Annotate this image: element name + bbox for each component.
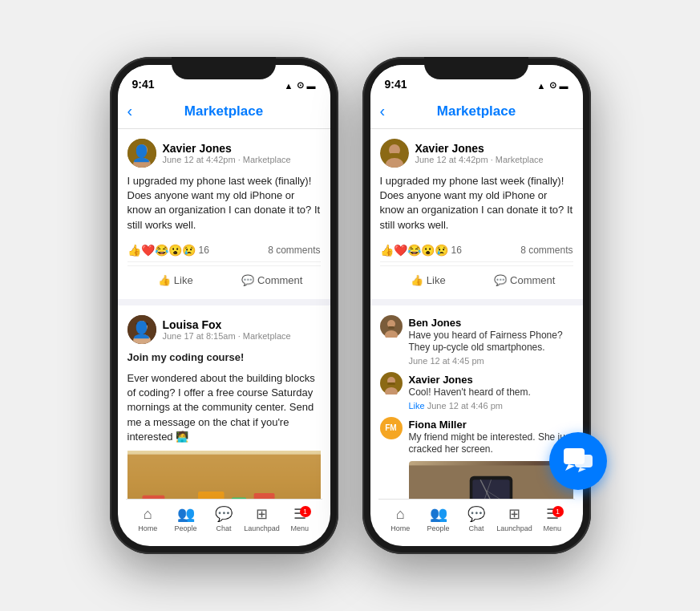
menu-badge-left: 1 — [300, 506, 311, 517]
chat-icon-left: 💬 — [215, 505, 233, 523]
action-bar-1-right: 👍 Like 💬 Comment — [380, 265, 573, 289]
status-icons-right: ▲ ⊙ ▬ — [537, 80, 568, 91]
phone-left-screen: 9:41 ▲ ⊙ ▬ ‹ Marketplace — [118, 65, 330, 546]
svg-rect-3 — [137, 153, 147, 156]
back-button-left[interactable]: ‹ — [127, 102, 133, 120]
like-label-left: Like — [174, 274, 193, 286]
post-meta-1-right: June 12 at 4:42pm · Marketplace — [415, 155, 544, 164]
like-button-1-right[interactable]: 👍 Like — [380, 271, 477, 289]
nav-people-left[interactable]: 👥 People — [167, 505, 204, 532]
emoji-thumbs-right: 👍 — [380, 244, 394, 257]
post-meta-1-left: June 12 at 4:42pm · Marketplace — [163, 155, 291, 164]
launchpad-label-right: Launchpad — [496, 524, 532, 532]
nav-launchpad-left[interactable]: ⊞ Launchpad — [243, 505, 281, 532]
bottom-nav-left: ⌂ Home 👥 People 💬 Chat ⊞ Launchpad ☰ — [126, 499, 322, 538]
comment-button-1-right[interactable]: 💬 Comment — [476, 271, 573, 289]
launchpad-icon-left: ⊞ — [256, 505, 268, 523]
comment-ben-jones: Ben Jones Have you heard of Fairness Pho… — [380, 315, 573, 366]
signal-icon-left: ▲ — [285, 81, 293, 91]
avatar-louisa-left — [127, 315, 156, 344]
home-label-right: Home — [390, 524, 410, 532]
post-author-name-2-left: Louisa Fox — [163, 318, 291, 331]
comment-text-xavier: Cool! Haven't heard of them. — [409, 386, 531, 399]
comment-icon-left: 💬 — [241, 274, 254, 286]
post-text-1-left: I upgraded my phone last week (finally)!… — [127, 174, 321, 233]
svg-point-1 — [136, 144, 148, 156]
avatar-fiona-initials: FM — [385, 423, 396, 432]
reactions-row-1-right: 👍 ❤️ 😂 😮 😢 16 8 comments — [380, 239, 573, 262]
comment-label-right: Comment — [510, 274, 555, 286]
comment-author-xavier: Xavier Jones — [409, 374, 473, 386]
comment-text-fiona: My friend might be interested. She just … — [409, 431, 573, 456]
post-text-1-right: I upgraded my phone last week (finally)!… — [380, 174, 573, 233]
post-author-name-1-left: Xavier Jones — [163, 142, 291, 155]
wifi-icon-right: ⊙ — [549, 80, 556, 91]
menu-badge-right: 1 — [552, 506, 564, 517]
avatar-louisa-img-left — [127, 315, 156, 344]
svg-point-6 — [133, 334, 151, 344]
nav-chat-left[interactable]: 💬 Chat — [204, 505, 242, 532]
chat-label-left: Chat — [216, 524, 232, 532]
reactions-row-1-left: 👍 ❤️ 😂 😮 😢 16 8 comments — [127, 239, 321, 262]
nav-launchpad-right[interactable]: ⊞ Launchpad — [496, 505, 533, 532]
post-header-1-right: Xavier Jones June 12 at 4:42pm · Marketp… — [380, 139, 573, 168]
svg-marker-37 — [565, 464, 575, 471]
comment-icon-right: 💬 — [494, 274, 507, 286]
chat-fab-button[interactable] — [549, 432, 607, 490]
chat-icon-right: 💬 — [467, 505, 485, 523]
comment-xavier-jones: Xavier Jones Cool! Haven't heard of them… — [380, 372, 573, 411]
nav-title-right: Marketplace — [437, 103, 516, 119]
screen-content-left[interactable]: Xavier Jones June 12 at 4:42pm · Marketp… — [118, 129, 330, 507]
action-bar-1-left: 👍 Like 💬 Comment — [127, 265, 321, 289]
menu-label-left: Menu — [291, 524, 310, 532]
emoji-wow-right: 😮 — [421, 244, 435, 257]
comment-body-fiona: Fiona Miller My friend might be interest… — [409, 417, 573, 507]
chat-fab-icon — [562, 447, 594, 475]
like-label-right: Like — [427, 274, 446, 286]
battery-icon-right: ▬ — [560, 81, 568, 91]
home-icon-left: ⌂ — [144, 506, 152, 523]
people-label-left: People — [175, 524, 197, 532]
emoji-thumbs-left: 👍 — [127, 244, 141, 257]
home-icon-right: ⌂ — [396, 506, 405, 523]
chat-label-right: Chat — [469, 524, 484, 532]
nav-people-right[interactable]: 👥 People — [419, 505, 457, 532]
nav-chat-right[interactable]: 💬 Chat — [457, 505, 495, 532]
post-text-2-left: Ever wondered about the building blocks … — [127, 371, 321, 444]
post-card-2-left: Louisa Fox June 17 at 8:15am · Marketpla… — [118, 306, 330, 507]
like-icon-left: 👍 — [158, 274, 171, 286]
post-meta-2-left: June 17 at 8:15am · Marketplace — [163, 331, 291, 341]
nav-home-left[interactable]: ⌂ Home — [129, 506, 167, 532]
svg-point-5 — [136, 321, 148, 332]
avatar-xavier2-img — [380, 372, 403, 395]
post-header-2-left: Louisa Fox June 17 at 8:15am · Marketpla… — [127, 315, 321, 344]
people-label-right: People — [427, 524, 450, 532]
status-bar-right: 9:41 ▲ ⊙ ▬ — [370, 65, 583, 94]
people-icon-right: 👥 — [430, 505, 447, 523]
launchpad-label-left: Launchpad — [244, 524, 280, 532]
post-author-name-1-right: Xavier Jones — [415, 142, 544, 155]
back-button-right[interactable]: ‹ — [380, 102, 386, 120]
like-button-1-left[interactable]: 👍 Like — [127, 271, 225, 289]
comment-text-ben: Have you heard of Fairness Phone? They u… — [409, 330, 573, 354]
reaction-emojis-left: 👍 ❤️ 😂 😮 😢 16 — [127, 244, 209, 257]
phone-right: 9:41 ▲ ⊙ ▬ ‹ Marketplace — [362, 57, 591, 554]
wifi-icon-left: ⊙ — [297, 80, 304, 91]
post-title-2-left: Join my coding course! — [127, 350, 321, 365]
avatar-xavier-img-left — [127, 139, 156, 168]
avatar-ben-right — [380, 315, 403, 338]
home-label-left: Home — [138, 524, 157, 532]
comment-button-1-left[interactable]: 💬 Comment — [224, 271, 321, 289]
nav-menu-right[interactable]: ☰ Menu 1 — [533, 505, 571, 532]
avatar-xavier2-right — [380, 372, 403, 395]
post-author-info-1-left: Xavier Jones June 12 at 4:42pm · Marketp… — [163, 142, 291, 164]
status-time-right: 9:41 — [385, 78, 407, 91]
nav-menu-left[interactable]: ☰ Menu 1 — [281, 505, 318, 532]
status-time-left: 9:41 — [132, 78, 155, 91]
comment-like-link-xavier[interactable]: Like — [409, 401, 425, 411]
comment-meta-xavier: Like June 12 at 4:46 pm — [409, 401, 531, 411]
avatar-xavier-left — [127, 139, 156, 168]
reaction-count-right: 16 — [451, 245, 462, 256]
comment-body-xavier: Xavier Jones Cool! Haven't heard of them… — [409, 372, 531, 411]
nav-home-right[interactable]: ⌂ Home — [382, 506, 419, 532]
